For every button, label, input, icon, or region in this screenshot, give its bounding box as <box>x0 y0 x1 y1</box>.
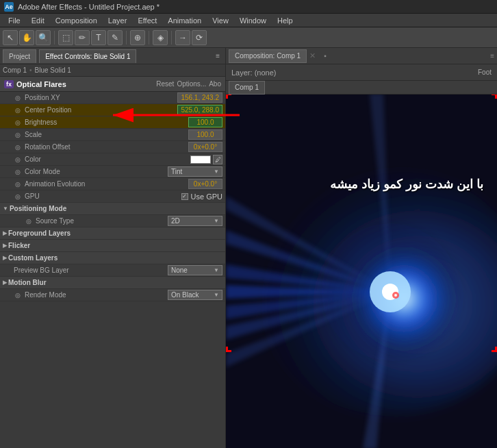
menu-file[interactable]: File <box>3 14 26 27</box>
toolbar-sep-3 <box>149 31 149 45</box>
toolbar: ↖ ✋ 🔍 ⬚ ✏ T ✎ ⊕ ◈ → ⟳ <box>0 27 497 48</box>
expand-custom-icon[interactable]: ▶ <box>3 255 7 261</box>
menu-animation[interactable]: Animation <box>162 14 207 27</box>
prop-color-mode: ◎ Color Mode Tint ▼ <box>0 166 225 178</box>
prop-custom-layers: ▶ Custom Layers <box>0 252 225 264</box>
value-rotation-offset[interactable]: 0x+0.0° <box>188 142 222 152</box>
dropdown-source-type[interactable]: 2D ▼ <box>168 216 222 226</box>
label-color: Color <box>25 155 190 163</box>
app-icon: Ae <box>4 2 14 12</box>
menu-bar: File Edit Composition Layer Effect Anima… <box>0 14 497 27</box>
zoom-tool[interactable]: 🔍 <box>36 30 51 45</box>
expand-positioning-icon[interactable]: ▼ <box>3 206 8 212</box>
select-tool[interactable]: ↖ <box>3 30 18 45</box>
value-posxy[interactable]: 156.1, 243.2 <box>177 92 222 103</box>
value-row-center: 525.0, 288.0 <box>177 105 222 115</box>
menu-window[interactable]: Window <box>234 14 272 27</box>
menu-view[interactable]: View <box>207 14 234 27</box>
hand-tool[interactable]: ✋ <box>19 30 34 45</box>
stopwatch-icon-colormode: ◎ <box>14 168 22 176</box>
roto-tool[interactable]: ◈ <box>153 30 168 45</box>
reset-btn[interactable]: Reset <box>156 80 174 88</box>
close-comp-icon[interactable]: ▪ <box>324 52 327 60</box>
prop-flicker: ▶ Flicker <box>0 240 225 252</box>
text-tool[interactable]: T <box>91 30 106 45</box>
value-row-brightness: 100.0 <box>188 117 222 127</box>
label-render-mode: Render Mode <box>25 291 168 299</box>
tab-composition[interactable]: Composition: Comp 1 <box>229 49 307 63</box>
label-custom-layers: Custom Layers <box>8 254 222 262</box>
menu-help[interactable]: Help <box>272 14 298 27</box>
dropdown-source-arrow: ▼ <box>214 218 219 224</box>
value-center-position[interactable]: 525.0, 288.0 <box>177 105 222 115</box>
dropdown-color-mode[interactable]: Tint ▼ <box>168 166 222 177</box>
prop-rotation-offset: ◎ Rotation Offset 0x+0.0° <box>0 141 225 153</box>
label-positioning-mode: Positioning Mode <box>10 205 222 212</box>
fx-badge: fx <box>4 80 14 88</box>
canvas-area[interactable]: با این شدت نور کمو زیاد میشه <box>226 95 497 448</box>
puppet-tool[interactable]: ⊕ <box>130 30 145 45</box>
menu-effect[interactable]: Effect <box>132 14 162 27</box>
stopwatch-icon-center: ◎ <box>14 106 22 114</box>
tab-project[interactable]: Project <box>3 49 36 63</box>
eyedropper-icon[interactable]: 🖊 <box>213 155 222 164</box>
shape-tool[interactable]: ⬚ <box>58 30 73 45</box>
value-scale[interactable]: 100.0 <box>188 129 222 140</box>
paint-tool[interactable]: ✎ <box>107 30 123 45</box>
expand-foreground-icon[interactable]: ▶ <box>3 230 7 236</box>
label-scale: Scale <box>25 131 188 138</box>
value-row-rotation: 0x+0.0° <box>188 142 222 152</box>
toolbar-sep-4 <box>171 31 172 45</box>
value-animation-evolution[interactable]: 0x+0.0° <box>188 179 222 189</box>
breadcrumb-sep: • <box>29 66 32 74</box>
dropdown-preview-bg[interactable]: None ▼ <box>168 265 222 275</box>
value-row-color: 🖊 <box>190 155 222 164</box>
effect-name: Optical Flares <box>16 80 66 88</box>
pan-tool-2[interactable]: ⟳ <box>192 30 207 45</box>
label-brightness: Brightness <box>25 119 188 126</box>
camera-tool[interactable]: → <box>175 30 190 45</box>
dropdown-source-value: 2D <box>171 217 180 225</box>
effect-controls-header: fx Optical Flares Reset Options... Abo <box>0 77 225 92</box>
stopwatch-icon-brightness: ◎ <box>14 119 22 127</box>
expand-motionblur-icon[interactable]: ▶ <box>3 279 7 286</box>
comp-panel-menu[interactable]: ≡ <box>490 52 494 60</box>
svg-point-16 <box>394 294 397 297</box>
value-row-posxy: 156.1, 243.2 <box>177 92 222 103</box>
label-preview-bg: Preview BG Layer <box>14 266 168 274</box>
value-brightness[interactable]: 100.0 <box>188 117 222 127</box>
use-gpu-label: Use GPU <box>191 192 222 201</box>
comp-inner-tab[interactable]: Comp 1 <box>229 81 265 95</box>
pen-tool[interactable]: ✏ <box>75 30 90 45</box>
breadcrumb-comp[interactable]: Comp 1 <box>3 66 27 74</box>
label-source-type: Source Type <box>36 217 168 225</box>
stopwatch-icon-rotation: ◎ <box>14 143 22 151</box>
about-btn[interactable]: Abo <box>209 80 221 88</box>
svg-rect-22 <box>226 350 231 352</box>
value-row-scale: 100.0 <box>188 129 222 140</box>
dropdown-render-mode[interactable]: On Black ▼ <box>168 290 222 300</box>
menu-layer[interactable]: Layer <box>103 14 133 27</box>
use-gpu-checkbox[interactable]: ✓ <box>181 193 188 200</box>
breadcrumb-layer[interactable]: Blue Solid 1 <box>35 66 71 74</box>
prop-render-mode: ◎ Render Mode On Black ▼ <box>0 289 225 301</box>
menu-composition[interactable]: Composition <box>50 14 103 27</box>
app-title: Adobe After Effects - Untitled Project.a… <box>18 3 160 11</box>
prop-preview-bg-layer: Preview BG Layer None ▼ <box>0 264 225 277</box>
color-swatch[interactable] <box>190 155 211 164</box>
label-center-position: Center Position <box>25 106 177 114</box>
dropdown-colormode-arrow: ▼ <box>214 169 219 175</box>
foot-label: Foot <box>478 69 492 76</box>
panel-menu-btn[interactable]: ≡ <box>213 52 222 60</box>
prop-positioning-mode: ▼ Positioning Mode <box>0 203 225 215</box>
prop-brightness: ◎ Brightness 100.0 <box>0 116 225 129</box>
label-motion-blur: Motion Blur <box>8 279 222 286</box>
menu-edit[interactable]: Edit <box>26 14 50 27</box>
label-gpu: GPU <box>25 192 181 200</box>
dropdown-render-value: On Black <box>171 291 199 299</box>
options-btn[interactable]: Options... <box>177 80 206 88</box>
tab-effect-controls[interactable]: Effect Controls: Blue Solid 1 <box>39 49 136 63</box>
label-color-mode: Color Mode <box>25 168 168 175</box>
expand-flicker-icon[interactable]: ▶ <box>3 242 7 249</box>
label-position-xy: Position XY <box>25 94 177 101</box>
